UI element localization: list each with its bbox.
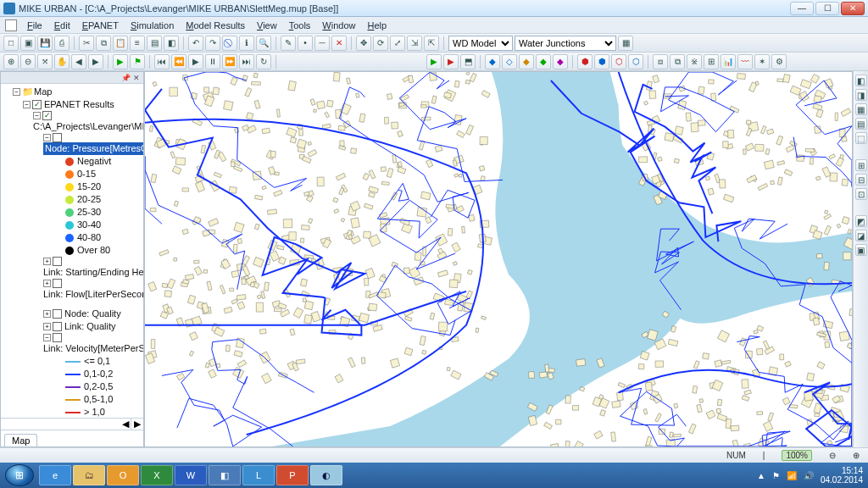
chart-icon[interactable]: 📊 [721, 54, 736, 69]
side-icon-j[interactable]: ◪ [855, 230, 867, 241]
stepback-icon[interactable]: ⏪ [171, 54, 186, 69]
task-lync-icon[interactable]: L [242, 465, 275, 485]
tree-item[interactable]: EPANET Results [44, 98, 114, 111]
status-zoom[interactable]: 100% [782, 450, 812, 461]
side-icon-d[interactable]: ▤ [855, 118, 867, 130]
side-icon-i[interactable]: ◩ [855, 215, 867, 227]
tree-item[interactable]: Link: Velocity[MeterPerS [43, 342, 143, 355]
zoom-in-icon[interactable]: ⊕ [3, 54, 19, 69]
zoom-out-icon[interactable]: ⊖ [20, 54, 36, 69]
checkbox[interactable] [53, 333, 62, 342]
new-icon[interactable]: □ [3, 36, 19, 51]
task-powerpoint-icon[interactable]: P [276, 465, 309, 485]
water-b-icon[interactable]: ◇ [502, 54, 517, 69]
side-icon-k[interactable]: ▣ [855, 244, 867, 256]
water-d-icon[interactable]: ◆ [536, 54, 551, 69]
next-view-icon[interactable]: ▶ [88, 54, 103, 69]
tool-d-icon[interactable]: ⊞ [704, 54, 719, 69]
menu-help[interactable]: Help [363, 19, 392, 32]
checkbox[interactable] [53, 309, 62, 319]
paste-icon[interactable]: 📋 [113, 36, 128, 51]
tree-item[interactable]: Node: Quality [64, 308, 121, 320]
run-icon[interactable]: ▶ [426, 54, 442, 69]
task-mikeurban-icon[interactable]: ◐ [310, 465, 342, 485]
checkbox[interactable] [53, 257, 62, 266]
side-icon-f[interactable]: ⊞ [855, 159, 867, 171]
tree-item[interactable]: Link: Starting/Ending He [43, 266, 143, 279]
task-excel-icon[interactable]: X [141, 465, 173, 485]
tray-clock[interactable]: 15:14 04.02.2014 [821, 466, 863, 485]
menu-modelresults[interactable]: Model Results [181, 19, 250, 32]
twisty-icon[interactable]: + [43, 310, 51, 318]
zoom-extent-icon[interactable]: ⤧ [37, 54, 53, 69]
menu-window[interactable]: Window [317, 19, 360, 32]
twisty-icon[interactable]: + [43, 258, 51, 265]
water-a-icon[interactable]: ◆ [485, 54, 500, 69]
info-icon[interactable]: ℹ [239, 36, 254, 51]
task-ie-icon[interactable]: e [39, 465, 71, 485]
side-icon-b[interactable]: ◨ [855, 89, 867, 101]
map-canvas[interactable] [144, 71, 853, 447]
prev-view-icon[interactable]: ◀ [71, 54, 86, 69]
side-icon-a[interactable]: ◧ [855, 75, 867, 86]
twisty-icon[interactable]: + [43, 323, 51, 330]
stop-icon[interactable]: ⃠ [222, 36, 237, 51]
layers-icon[interactable]: ▤ [147, 36, 162, 51]
pause-icon[interactable]: ⏸ [205, 54, 220, 69]
twisty-icon[interactable]: − [23, 101, 31, 108]
tree-item[interactable]: Link: Quality [64, 320, 116, 333]
loop-icon[interactable]: ↻ [256, 54, 271, 69]
tray-flag-icon[interactable]: ⚑ [772, 471, 780, 480]
rewind-icon[interactable]: ⏮ [154, 54, 170, 69]
undo-icon[interactable]: ↶ [188, 36, 203, 51]
stepfwd-icon[interactable]: ⏩ [222, 54, 237, 69]
runred-icon[interactable]: ▶ [443, 54, 459, 69]
task-outlook-icon[interactable]: O [107, 465, 139, 485]
join-icon[interactable]: ⇱ [424, 36, 439, 51]
twisty-icon[interactable]: − [43, 134, 51, 141]
playsim-icon[interactable]: ▶ [188, 54, 203, 69]
split-icon[interactable]: ⇲ [407, 36, 422, 51]
tab-map[interactable]: Map [4, 434, 37, 446]
menu-edit[interactable]: Edit [49, 19, 75, 32]
scroll-right-icon[interactable]: ▶ [131, 419, 143, 430]
save-icon[interactable]: 💾 [37, 36, 53, 51]
move-icon[interactable]: ✥ [356, 36, 371, 51]
layer-action-icon[interactable]: ▦ [618, 36, 633, 51]
tray-up-icon[interactable]: ▲ [757, 471, 765, 480]
delete-icon[interactable]: ✕ [331, 36, 347, 51]
twisty-icon[interactable]: − [33, 112, 41, 119]
scroll-left-icon[interactable]: ◀ [1, 419, 131, 430]
twisty-icon[interactable]: − [13, 88, 20, 96]
tool-e-icon[interactable]: ✶ [754, 54, 770, 69]
node-icon[interactable]: • [298, 36, 313, 51]
minimize-button[interactable]: — [790, 2, 814, 15]
tool-b-icon[interactable]: ⧉ [670, 54, 685, 69]
scale-icon[interactable]: ⤢ [390, 36, 405, 51]
copy-icon[interactable]: ⧉ [96, 36, 111, 51]
layer-select[interactable]: Water Junctions [515, 36, 616, 51]
tree-item[interactable]: Link: Flow[LiterPerSecon [43, 288, 143, 301]
menu-file[interactable]: File [22, 19, 47, 32]
task-word-icon[interactable]: W [175, 465, 207, 485]
water-e-icon[interactable]: ◆ [553, 54, 568, 69]
task-explorer-icon[interactable]: 🗂 [73, 465, 105, 485]
menu-view[interactable]: View [252, 19, 282, 32]
water-c-icon[interactable]: ◆ [519, 54, 534, 69]
twisty-icon[interactable]: + [43, 280, 51, 287]
redo-icon[interactable]: ↷ [205, 36, 220, 51]
tray-network-icon[interactable]: 📶 [787, 471, 797, 480]
sim-a-icon[interactable]: ⬒ [460, 54, 476, 69]
checkbox[interactable] [53, 133, 62, 142]
tray-volume-icon[interactable]: 🔊 [804, 471, 814, 480]
zoom-plus-icon[interactable]: ⊕ [853, 451, 860, 460]
tree-root[interactable]: Map [34, 86, 52, 98]
flag-icon[interactable]: ⚑ [130, 54, 145, 69]
print-icon[interactable]: ⎙ [54, 36, 70, 51]
play-icon[interactable]: ▶ [113, 54, 128, 69]
find-icon[interactable]: 🔍 [256, 36, 271, 51]
valve-a-icon[interactable]: ⬢ [577, 54, 593, 69]
maximize-button[interactable]: ☐ [815, 2, 839, 15]
spark-icon[interactable]: 〰 [737, 54, 753, 69]
menu-epanet[interactable]: EPANET [77, 19, 124, 32]
